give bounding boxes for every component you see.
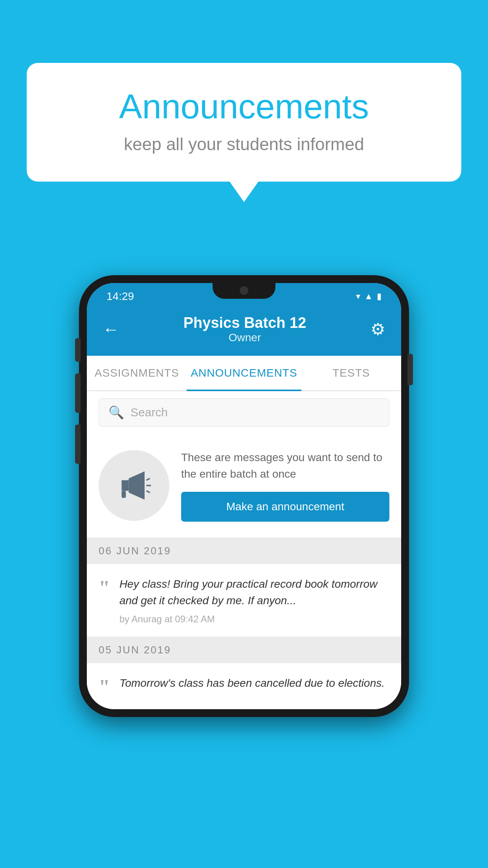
search-icon: 🔍: [108, 405, 124, 420]
speech-bubble-section: Announcements keep all your students inf…: [27, 63, 461, 182]
date-divider-1: 06 JUN 2019: [87, 538, 401, 564]
announcement-text-2: Tomorrow's class has been cancelled due …: [119, 675, 389, 691]
tab-assignments[interactable]: ASSIGNMENTS: [87, 356, 187, 390]
announcement-item-2[interactable]: " Tomorrow's class has been cancelled du…: [87, 663, 401, 709]
make-announcement-button[interactable]: Make an announcement: [181, 492, 389, 522]
svg-marker-1: [129, 471, 145, 500]
prompt-description: These are messages you want to send to t…: [181, 449, 389, 482]
announcement-prompt: These are messages you want to send to t…: [87, 434, 401, 538]
tab-tests[interactable]: TESTS: [301, 356, 401, 390]
speech-bubble-title: Announcements: [58, 86, 430, 127]
status-icons: ▾ ▲ ▮: [356, 291, 382, 302]
back-button[interactable]: ←: [103, 320, 119, 339]
speech-bubble-subtitle: keep all your students informed: [58, 134, 430, 154]
announcement-content-2: Tomorrow's class has been cancelled due …: [119, 675, 389, 696]
search-bar[interactable]: 🔍 Search: [99, 398, 389, 427]
wifi-icon: ▾: [356, 291, 360, 302]
app-header: ← Physics Batch 12 Owner ⚙: [87, 307, 401, 356]
status-time: 14:29: [106, 290, 134, 303]
search-placeholder: Search: [130, 406, 168, 419]
batch-role: Owner: [183, 331, 306, 344]
phone-button-right: [407, 354, 413, 385]
announcement-item-1[interactable]: " Hey class! Bring your practical record…: [87, 564, 401, 637]
phone-mockup: 14:29 ▾ ▲ ▮ ← Physics Batch 12 Owner ⚙: [79, 275, 409, 717]
announcement-meta-1: by Anurag at 09:42 AM: [119, 614, 389, 625]
announcement-text-1: Hey class! Bring your practical record b…: [119, 576, 389, 609]
quote-icon-2: ": [99, 677, 110, 697]
signal-icon: ▲: [364, 291, 373, 302]
quote-icon-1: ": [99, 578, 110, 598]
svg-line-3: [147, 478, 150, 480]
phone-camera: [240, 286, 248, 295]
tabs-bar: ASSIGNMENTS ANNOUNCEMENTS TESTS: [87, 356, 401, 391]
tab-announcements[interactable]: ANNOUNCEMENTS: [187, 356, 301, 390]
megaphone-circle: [99, 450, 169, 521]
header-title-area: Physics Batch 12 Owner: [183, 314, 306, 344]
speech-bubble: Announcements keep all your students inf…: [27, 63, 461, 182]
phone-button-left-2: [75, 373, 81, 413]
prompt-right: These are messages you want to send to t…: [181, 449, 389, 522]
batch-title: Physics Batch 12: [183, 314, 306, 331]
settings-icon[interactable]: ⚙: [371, 320, 385, 339]
search-container: 🔍 Search: [87, 391, 401, 434]
battery-icon: ▮: [377, 291, 382, 302]
svg-rect-2: [122, 491, 126, 498]
phone-screen: 14:29 ▾ ▲ ▮ ← Physics Batch 12 Owner ⚙: [87, 283, 401, 709]
date-divider-2: 05 JUN 2019: [87, 637, 401, 663]
phone-button-left-1: [75, 338, 81, 362]
phone-button-left-3: [75, 425, 81, 464]
svg-marker-0: [122, 480, 129, 491]
announcement-content-1: Hey class! Bring your practical record b…: [119, 576, 389, 625]
svg-line-5: [147, 491, 150, 493]
megaphone-icon: [116, 468, 152, 503]
